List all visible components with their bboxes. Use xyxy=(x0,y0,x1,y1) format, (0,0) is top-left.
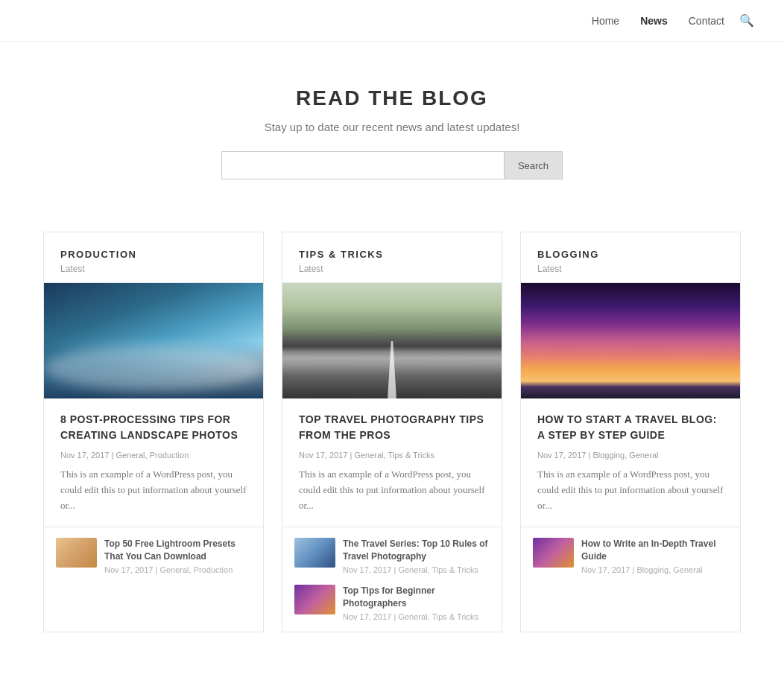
production-secondary-posts: Top 50 Free Lightroom Presets That You C… xyxy=(44,527,263,585)
secondary-thumb xyxy=(56,538,97,568)
secondary-post-info: Top Tips for Beginner Photographers Nov … xyxy=(343,585,490,621)
tips-main-post: TOP TRAVEL PHOTOGRAPHY TIPS FROM THE PRO… xyxy=(282,398,502,527)
secondary-post-meta: Nov 17, 2017 | General, Tips & Tricks xyxy=(343,612,490,621)
production-heading: PRODUCTION xyxy=(60,249,247,260)
blogging-main-image xyxy=(521,283,740,398)
blogging-post-link[interactable]: HOW TO START A TRAVEL BLOG: A STEP BY ST… xyxy=(537,413,717,441)
secondary-post-info: The Travel Series: Top 10 Rules of Trave… xyxy=(343,538,490,574)
secondary-thumb xyxy=(294,585,335,614)
blogging-post-excerpt: This is an example of a WordPress post, … xyxy=(537,467,724,513)
tips-main-image xyxy=(282,283,502,398)
tips-header: TIPS & TRICKS Latest xyxy=(282,232,502,283)
nav-home[interactable]: Home xyxy=(592,15,619,27)
secondary-post-meta: Nov 17, 2017 | General, Tips & Tricks xyxy=(343,565,490,574)
blogging-post-title: HOW TO START A TRAVEL BLOG: A STEP BY ST… xyxy=(537,412,724,443)
blogging-header: BLOGGING Latest xyxy=(521,232,740,283)
secondary-post-link[interactable]: How to Write an In-Depth Travel Guide xyxy=(581,539,715,562)
secondary-post-meta: Nov 17, 2017 | Blogging, General xyxy=(581,565,728,574)
hero-subtitle: Stay up to date our recent news and late… xyxy=(15,121,769,133)
tips-secondary-posts: The Travel Series: Top 10 Rules of Trave… xyxy=(282,527,502,631)
search-bar: Search xyxy=(15,151,769,180)
tips-column: TIPS & TRICKS Latest TOP TRAVEL PHOTOGRA… xyxy=(282,232,502,632)
secondary-post-title: Top 50 Free Lightroom Presets That You C… xyxy=(104,538,251,563)
tips-heading: TIPS & TRICKS xyxy=(299,249,485,260)
search-button[interactable]: Search xyxy=(505,151,563,180)
secondary-post-link[interactable]: Top Tips for Beginner Photographers xyxy=(343,585,435,609)
tips-post-excerpt: This is an example of a WordPress post, … xyxy=(299,467,485,513)
production-post-title: 8 POST-PROCESSING TIPS FOR CREATING LAND… xyxy=(60,412,247,443)
production-column: PRODUCTION Latest 8 POST-PROCESSING TIPS… xyxy=(43,232,264,632)
tips-post-meta: Nov 17, 2017 | General, Tips & Tricks xyxy=(299,451,485,460)
blogging-filter: Latest xyxy=(537,264,562,274)
blogging-post-meta: Nov 17, 2017 | Blogging, General xyxy=(537,451,724,460)
secondary-thumb xyxy=(294,538,335,568)
mountain-image xyxy=(44,283,263,398)
navigation: Home News Contact 🔍 xyxy=(0,0,784,42)
blogging-heading: BLOGGING xyxy=(537,249,724,260)
page-title: READ THE BLOG xyxy=(15,86,769,110)
tips-post-title: TOP TRAVEL PHOTOGRAPHY TIPS FROM THE PRO… xyxy=(299,412,485,443)
tips-filter: Latest xyxy=(299,264,323,274)
secondary-post-link[interactable]: Top 50 Free Lightroom Presets That You C… xyxy=(104,539,235,562)
search-icon[interactable]: 🔍 xyxy=(739,13,754,28)
search-input[interactable] xyxy=(221,151,505,180)
production-post-link[interactable]: 8 POST-PROCESSING TIPS FOR CREATING LAND… xyxy=(60,413,238,441)
secondary-post-meta: Nov 17, 2017 | General, Production xyxy=(104,565,251,574)
secondary-post: Top Tips for Beginner Photographers Nov … xyxy=(294,585,490,621)
secondary-post-title: How to Write an In-Depth Travel Guide xyxy=(581,538,728,563)
production-header: PRODUCTION Latest xyxy=(44,232,263,283)
tips-post-link[interactable]: TOP TRAVEL PHOTOGRAPHY TIPS FROM THE PRO… xyxy=(299,413,484,441)
secondary-post-title: Top Tips for Beginner Photographers xyxy=(343,585,490,610)
blogging-column: BLOGGING Latest HOW TO START A TRAVEL BL… xyxy=(520,232,741,632)
nav-contact[interactable]: Contact xyxy=(689,15,724,27)
production-post-excerpt: This is an example of a WordPress post, … xyxy=(60,467,247,513)
secondary-thumb xyxy=(533,538,574,568)
blogging-secondary-posts: How to Write an In-Depth Travel Guide No… xyxy=(521,527,740,585)
blog-columns: PRODUCTION Latest 8 POST-PROCESSING TIPS… xyxy=(12,232,772,632)
secondary-post: The Travel Series: Top 10 Rules of Trave… xyxy=(294,538,490,574)
production-post-meta: Nov 17, 2017 | General, Production xyxy=(60,451,247,460)
nav-news[interactable]: News xyxy=(640,15,668,27)
blogging-main-post: HOW TO START A TRAVEL BLOG: A STEP BY ST… xyxy=(521,398,740,527)
secondary-post: How to Write an In-Depth Travel Guide No… xyxy=(533,538,728,574)
production-filter: Latest xyxy=(60,264,85,274)
secondary-post-info: Top 50 Free Lightroom Presets That You C… xyxy=(104,538,251,574)
hero-section: READ THE BLOG Stay up to date our recent… xyxy=(0,42,784,209)
secondary-post: Top 50 Free Lightroom Presets That You C… xyxy=(56,538,251,574)
production-main-post: 8 POST-PROCESSING TIPS FOR CREATING LAND… xyxy=(44,398,263,527)
secondary-post-info: How to Write an In-Depth Travel Guide No… xyxy=(581,538,728,574)
sunset-image xyxy=(521,283,740,398)
secondary-post-link[interactable]: The Travel Series: Top 10 Rules of Trave… xyxy=(343,539,488,562)
road-image xyxy=(282,283,502,398)
production-main-image xyxy=(44,283,263,398)
secondary-post-title: The Travel Series: Top 10 Rules of Trave… xyxy=(343,538,490,563)
